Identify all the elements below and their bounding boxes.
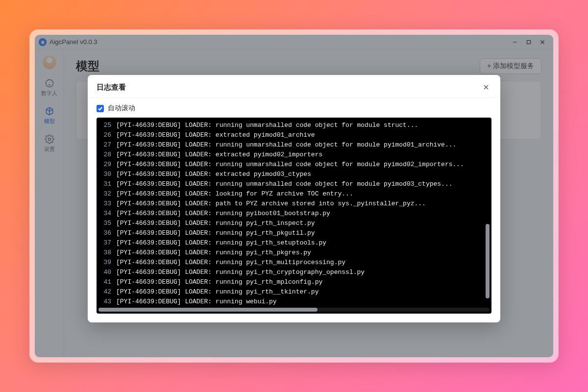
log-line: 42[PYI-46639:DEBUG] LOADER: running pyi_… bbox=[97, 287, 491, 297]
log-terminal[interactable]: 25[PYI-46639:DEBUG] LOADER: running unma… bbox=[97, 118, 491, 314]
app-window: ◉ AigcPanel v0.0.3 bbox=[34, 34, 554, 358]
log-line-number: 40 bbox=[97, 268, 116, 277]
log-line: 25[PYI-46639:DEBUG] LOADER: running unma… bbox=[97, 121, 491, 130]
log-line: 31[PYI-46639:DEBUG] LOADER: running unma… bbox=[97, 179, 491, 189]
log-line-text: [PYI-46639:DEBUG] LOADER: running pyi_rt… bbox=[116, 268, 491, 277]
log-line: 36[PYI-46639:DEBUG] LOADER: running pyi_… bbox=[97, 228, 491, 238]
modal-close-button[interactable] bbox=[481, 82, 491, 93]
log-line-text: [PYI-46639:DEBUG] LOADER: running pyi_rt… bbox=[116, 258, 491, 268]
terminal-vertical-scrollbar-thumb[interactable] bbox=[486, 224, 490, 298]
log-line-number: 26 bbox=[97, 130, 116, 140]
log-line: 30[PYI-46639:DEBUG] LOADER: extracted py… bbox=[97, 170, 491, 179]
log-line-number: 42 bbox=[97, 287, 116, 297]
log-line: 43[PYI-46639:DEBUG] LOADER: running webu… bbox=[97, 297, 491, 307]
log-line: 37[PYI-46639:DEBUG] LOADER: running pyi_… bbox=[97, 238, 491, 248]
log-line-text: [PYI-46639:DEBUG] LOADER: running unmars… bbox=[116, 121, 491, 130]
log-line-text: [PYI-46639:DEBUG] LOADER: extracted pyim… bbox=[116, 150, 491, 160]
log-line: 41[PYI-46639:DEBUG] LOADER: running pyi_… bbox=[97, 277, 491, 287]
terminal-horizontal-scrollbar-thumb[interactable] bbox=[98, 308, 318, 312]
log-line-number: 38 bbox=[97, 248, 116, 258]
log-line: 27[PYI-46639:DEBUG] LOADER: running unma… bbox=[97, 140, 491, 150]
log-line: 34[PYI-46639:DEBUG] LOADER: running pyib… bbox=[97, 209, 491, 219]
log-line: 26[PYI-46639:DEBUG] LOADER: extracted py… bbox=[97, 130, 491, 140]
log-line-number: 36 bbox=[97, 228, 116, 238]
log-line-number: 34 bbox=[97, 209, 116, 219]
log-line-text: [PYI-46639:DEBUG] LOADER: running pyi_rt… bbox=[116, 219, 491, 228]
terminal-vertical-scrollbar[interactable] bbox=[486, 120, 490, 306]
log-line-number: 37 bbox=[97, 238, 116, 248]
terminal-horizontal-scrollbar[interactable] bbox=[98, 308, 490, 312]
log-line-number: 25 bbox=[97, 121, 116, 130]
log-line-text: [PYI-46639:DEBUG] LOADER: running pyi_rt… bbox=[116, 238, 491, 248]
log-line-text: [PYI-46639:DEBUG] LOADER: extracted pyim… bbox=[116, 130, 491, 140]
log-line: 29[PYI-46639:DEBUG] LOADER: running unma… bbox=[97, 160, 491, 170]
auto-scroll-checkbox[interactable] bbox=[97, 105, 104, 112]
log-line-text: [PYI-46639:DEBUG] LOADER: running unmars… bbox=[116, 179, 491, 189]
log-line-text: [PYI-46639:DEBUG] LOADER: running pyi_rt… bbox=[116, 248, 491, 258]
log-line-text: [PYI-46639:DEBUG] LOADER: running webui.… bbox=[116, 297, 491, 307]
log-line-text: [PYI-46639:DEBUG] LOADER: running pyi_rt… bbox=[116, 277, 491, 287]
log-line-text: [PYI-46639:DEBUG] LOADER: running pyi_rt… bbox=[116, 228, 491, 238]
log-viewer-modal: 日志查看 自动滚动 25[PYI-46639: bbox=[88, 75, 500, 322]
log-line-number: 43 bbox=[97, 297, 116, 307]
log-line-text: [PYI-46639:DEBUG] LOADER: path to PYZ ar… bbox=[116, 199, 491, 209]
log-line: 40[PYI-46639:DEBUG] LOADER: running pyi_… bbox=[97, 268, 491, 277]
log-line-text: [PYI-46639:DEBUG] LOADER: running pyi_rt… bbox=[116, 287, 491, 297]
log-line-number: 32 bbox=[97, 189, 116, 199]
log-line-text: [PYI-46639:DEBUG] LOADER: looking for PY… bbox=[116, 189, 491, 199]
log-line-number: 41 bbox=[97, 277, 116, 287]
log-line: 32[PYI-46639:DEBUG] LOADER: looking for … bbox=[97, 189, 491, 199]
log-line-number: 30 bbox=[97, 170, 116, 179]
log-line-text: [PYI-46639:DEBUG] LOADER: running unmars… bbox=[116, 140, 491, 150]
log-line-number: 33 bbox=[97, 199, 116, 209]
auto-scroll-label: 自动滚动 bbox=[108, 104, 135, 113]
modal-title: 日志查看 bbox=[97, 83, 126, 92]
log-line-text: [PYI-46639:DEBUG] LOADER: running pyiboo… bbox=[116, 209, 491, 219]
log-line: 38[PYI-46639:DEBUG] LOADER: running pyi_… bbox=[97, 248, 491, 258]
modal-overlay[interactable]: 日志查看 自动滚动 25[PYI-46639: bbox=[35, 35, 553, 357]
log-line-number: 35 bbox=[97, 219, 116, 228]
log-line-number: 28 bbox=[97, 150, 116, 160]
log-line-number: 39 bbox=[97, 258, 116, 268]
log-line-number: 29 bbox=[97, 160, 116, 170]
log-line-text: [PYI-46639:DEBUG] LOADER: running unmars… bbox=[116, 160, 491, 170]
log-line: 28[PYI-46639:DEBUG] LOADER: extracted py… bbox=[97, 150, 491, 160]
log-line-text: [PYI-46639:DEBUG] LOADER: extracted pyim… bbox=[116, 170, 491, 179]
log-line-number: 27 bbox=[97, 140, 116, 150]
log-line: 39[PYI-46639:DEBUG] LOADER: running pyi_… bbox=[97, 258, 491, 268]
log-line-number: 31 bbox=[97, 179, 116, 189]
log-line: 33[PYI-46639:DEBUG] LOADER: path to PYZ … bbox=[97, 199, 491, 209]
log-line: 35[PYI-46639:DEBUG] LOADER: running pyi_… bbox=[97, 219, 491, 228]
